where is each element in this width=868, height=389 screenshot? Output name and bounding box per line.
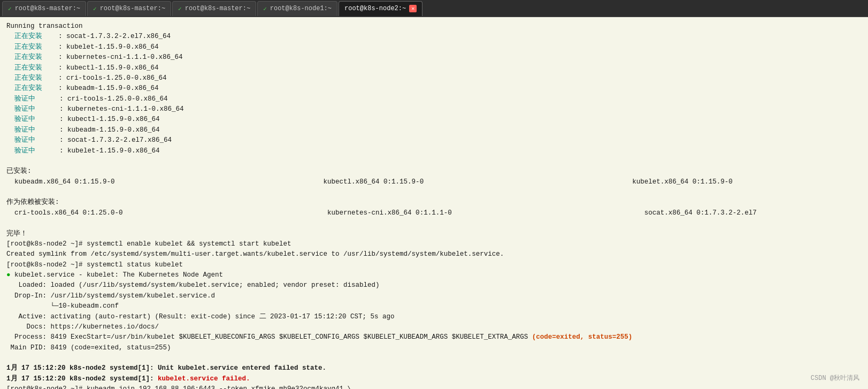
line-10: 验证中 : kubectl-1.15.9-0.x86_64 [6,115,862,125]
tab-1-label: root@k8s-master:~ [15,5,80,12]
line-blank2 [6,187,862,197]
tab-5-label: root@k8s-node2:~ [344,5,406,12]
line-loaded: Loaded: loaded (/usr/lib/systemd/system/… [6,280,862,291]
line-mainpid: Main PID: 8419 (code=exited, status=255) [6,343,862,353]
tab-4-label: root@k8s-node1:~ [270,5,332,12]
tab-2[interactable]: ✓ root@k8s-master:~ [87,1,171,16]
line-symlink: Created symlink from /etc/systemd/system… [6,249,862,260]
line-blank3 [6,218,862,228]
line-cmd2: [root@k8s-node2 ~]# systemctl status kub… [6,260,862,270]
line-11: 验证中 : kubeadm-1.15.9-0.x86_64 [6,125,862,135]
line-dropin2: └─10-kubeadm.conf [6,301,862,311]
close-icon-5[interactable]: ✕ [409,5,417,12]
watermark: CSDN @秋叶清风 [811,373,859,383]
tab-4[interactable]: ✓ root@k8s-node1:~ [257,1,337,16]
line-blank1 [6,156,862,166]
line-failed2: 1月 17 15:12:20 k8s-node2 systemd[1]: kub… [6,374,862,384]
tab-bar: ✓ root@k8s-master:~ ✓ root@k8s-master:~ … [0,0,868,17]
line-dep-header: 作为依赖被安装: [6,197,862,208]
line-active: Active: activating (auto-restart) (Resul… [6,312,862,322]
line-7: 正在安装 : kubeadm-1.15.9-0.x86_64 [6,83,862,94]
line-9: 验证中 : kubernetes-cni-1.1.1-0.x86_64 [6,104,862,115]
line-process: Process: 8419 ExecStart=/usr/bin/kubelet… [6,332,862,342]
line-complete: 完毕！ [6,229,862,239]
tab-5[interactable]: root@k8s-node2:~ ✕ [339,1,423,16]
line-cmd1: [root@k8s-node2 ~]# systemctl enable kub… [6,239,862,249]
line-8: 验证中 : cri-tools-1.25.0-0.x86_64 [6,94,862,104]
check-icon-1: ✓ [8,5,12,12]
line-cmd3: [root@k8s-node2 ~]# kubeadm join 192.168… [6,384,862,389]
line-13: 验证中 : kubelet-1.15.9-0.x86_64 [6,146,862,156]
line-installed-header: 已安装: [6,166,862,177]
check-icon-4: ✓ [263,5,267,12]
line-docs: Docs: https://kubernetes.io/docs/ [6,322,862,332]
tab-1[interactable]: ✓ root@k8s-master:~ [2,1,86,16]
line-6: 正在安装 : cri-tools-1.25.0-0.x86_64 [6,73,862,83]
line-dep: cri-tools.x86_64 0:1.25.0-0 kubernetes-c… [6,208,862,218]
line-dropin: Drop-In: /usr/lib/systemd/system/kubelet… [6,291,862,301]
line-failed1: 1月 17 15:12:20 k8s-node2 systemd[1]: Uni… [6,363,862,373]
line-1: Running transaction [6,21,862,32]
line-4: 正在安装 : kubernetes-cni-1.1.1-0.x86_64 [6,52,862,63]
line-5: 正在安装 : kubectl-1.15.9-0.x86_64 [6,63,862,73]
line-2: 正在安装 : socat-1.7.3.2-2.el7.x86_64 [6,32,862,42]
line-12: 验证中 : socat-1.7.3.2-2.el7.x86_64 [6,135,862,146]
tab-3-label: root@k8s-master:~ [185,5,250,12]
check-icon-3: ✓ [178,5,182,12]
tab-3[interactable]: ✓ root@k8s-master:~ [172,1,256,16]
tab-2-label: root@k8s-master:~ [100,5,165,12]
check-icon-2: ✓ [93,5,97,12]
line-bullet: ● kubelet.service - kubelet: The Kuberne… [6,270,862,280]
line-blank4 [6,353,862,363]
terminal-output: Running transaction 正在安装 : socat-1.7.3.2… [0,17,868,389]
line-3: 正在安装 : kubelet-1.15.9-0.x86_64 [6,42,862,52]
line-installed: kubeadm.x86_64 0:1.15.9-0 kubectl.x86_64… [6,177,862,187]
